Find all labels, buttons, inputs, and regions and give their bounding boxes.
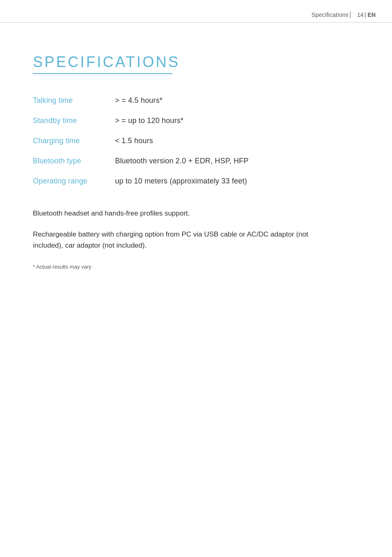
header-lang: EN [368,12,376,18]
spec-label: Operating range [33,177,115,186]
note-paragraph: Bluetooth headset and hands-free profile… [33,208,321,219]
spec-label: Charging time [33,137,115,145]
spec-value: > = up to 120 hours* [115,116,184,125]
spec-value: Bluetooth version 2.0 + EDR, HSP, HFP [115,157,249,165]
header-separator: | [364,12,366,18]
spec-value: < 1.5 hours [115,137,153,145]
note-paragraph: Rechargeable battery with charging optio… [33,229,321,251]
spec-value: up to 10 meters (approximately 33 feet) [115,177,247,186]
spec-row: Operating rangeup to 10 meters (approxim… [33,171,359,191]
spec-value: > = 4.5 hours* [115,96,163,105]
notes-section: Bluetooth headset and hands-free profile… [33,208,359,251]
spec-row: Bluetooth typeBluetooth version 2.0 + ED… [33,151,359,171]
header-section-title: Specifications [311,12,348,18]
spec-row: Charging time< 1.5 hours [33,131,359,151]
footnote: * Actual results may vary [33,264,359,270]
page-title: SPECIFICATIONS [33,53,173,74]
header-page-number: 14 [355,12,364,18]
spec-label: Talking time [33,96,115,105]
specs-table: Talking time> = 4.5 hours*Standby time> … [33,91,359,191]
spec-row: Talking time> = 4.5 hours* [33,91,359,111]
main-content: SPECIFICATIONS Talking time> = 4.5 hours… [0,21,392,295]
header-divider [350,12,350,18]
page-header: Specifications 14 | EN [0,0,392,23]
spec-row: Standby time> = up to 120 hours* [33,111,359,131]
spec-label: Standby time [33,116,115,125]
spec-label: Bluetooth type [33,157,115,165]
